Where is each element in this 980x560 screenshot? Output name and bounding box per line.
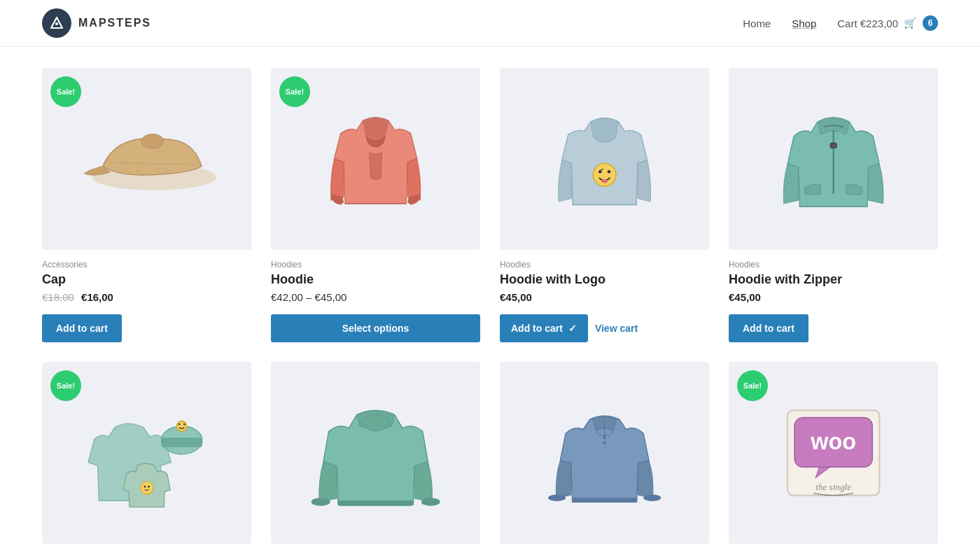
- select-options-hoodie[interactable]: Select options: [271, 314, 480, 342]
- svg-rect-11: [830, 143, 836, 148]
- cap-image: [74, 95, 220, 223]
- product-image-wrap-cap: Sale!: [42, 68, 251, 250]
- product-image-wrap-sweater: [271, 362, 480, 544]
- cart-icon: 🛒: [904, 17, 917, 29]
- svg-point-27: [643, 494, 661, 501]
- svg-point-20: [362, 414, 388, 430]
- product-category-cap: Accessories: [42, 260, 251, 270]
- product-name-hoodie: Hoodie: [271, 272, 480, 287]
- logo-area: MAPSTEPS: [42, 8, 151, 38]
- product-image-wrap-hoodie-zipper: [729, 68, 938, 250]
- svg-point-24: [603, 436, 606, 439]
- nav-home[interactable]: Home: [743, 18, 771, 29]
- sale-badge-hoodie-set: Sale!: [50, 370, 81, 401]
- product-card-polo: [500, 362, 709, 554]
- main-content: Sale! Accessories Cap €18,00 €16,00 Add …: [0, 47, 980, 560]
- polo-image: [531, 389, 678, 517]
- hoodie-image: [302, 95, 449, 223]
- product-card-woo: Sale! woo the single: [729, 362, 938, 554]
- price-original-cap: €18,00: [42, 291, 74, 303]
- add-to-cart-cap[interactable]: Add to cart: [42, 314, 122, 342]
- svg-point-21: [312, 498, 330, 505]
- svg-point-19: [148, 486, 150, 488]
- sale-badge-woo: Sale!: [737, 370, 768, 401]
- nav-shop[interactable]: Shop: [792, 18, 816, 29]
- svg-rect-23: [338, 500, 413, 506]
- cart-count-badge: 6: [923, 15, 938, 31]
- product-grid: Sale! Accessories Cap €18,00 €16,00 Add …: [42, 68, 938, 554]
- svg-rect-13: [161, 438, 202, 447]
- add-to-cart-hoodie-logo[interactable]: Add to cart ✓: [500, 314, 588, 342]
- cart-label: Cart €223,00: [837, 18, 898, 29]
- price-sale-hoodie-logo: €45,00: [500, 291, 532, 303]
- product-price-hoodie-zipper: €45,00: [729, 291, 938, 303]
- svg-point-9: [601, 179, 608, 183]
- header: MAPSTEPS Home Shop Cart €223,00 🛒 6: [0, 0, 980, 47]
- svg-point-1: [55, 22, 58, 25]
- logo-text: MAPSTEPS: [78, 17, 151, 29]
- svg-point-3: [141, 134, 163, 148]
- product-category-hoodie-logo: Hoodies: [500, 260, 709, 270]
- logo-icon: [42, 8, 71, 38]
- product-name-cap: Cap: [42, 272, 251, 287]
- svg-point-8: [608, 170, 611, 174]
- hoodie-logo-image: [531, 95, 678, 223]
- product-card-sweater: [271, 362, 480, 554]
- svg-rect-28: [573, 498, 637, 503]
- svg-point-22: [421, 498, 440, 505]
- product-image-wrap-hoodie-logo: [500, 68, 709, 250]
- svg-point-25: [603, 442, 606, 444]
- main-nav: Home Shop Cart €223,00 🛒 6: [743, 15, 938, 31]
- product-card-cap: Sale! Accessories Cap €18,00 €16,00 Add …: [42, 68, 251, 342]
- product-image-wrap-hoodie-set: Sale!: [42, 362, 251, 544]
- woo-image: woo the single: [760, 389, 906, 517]
- svg-text:the single: the single: [816, 482, 851, 492]
- svg-point-16: [183, 424, 186, 426]
- add-to-cart-hoodie-logo-label: Add to cart: [511, 323, 563, 334]
- check-icon: ✓: [568, 323, 577, 334]
- product-card-hoodie: Sale! Hoodies Hoodie €42,00 – €45,00: [271, 68, 480, 342]
- product-card-hoodie-zipper: Hoodies Hoodie with Zipper €45,00 Add to…: [729, 68, 938, 342]
- svg-point-14: [176, 421, 187, 432]
- product-name-hoodie-logo: Hoodie with Logo: [500, 272, 709, 287]
- product-image-wrap-polo: [500, 362, 709, 544]
- product-image-wrap-hoodie: Sale!: [271, 68, 480, 250]
- svg-text:woo: woo: [810, 429, 856, 454]
- product-category-hoodie-zipper: Hoodies: [729, 260, 938, 270]
- product-name-hoodie-zipper: Hoodie with Zipper: [729, 272, 938, 287]
- product-category-hoodie: Hoodies: [271, 260, 480, 270]
- svg-point-26: [548, 494, 566, 501]
- action-row-hoodie-logo: Add to cart ✓ View cart: [500, 314, 709, 342]
- svg-point-7: [598, 170, 602, 174]
- sale-badge-hoodie: Sale!: [279, 76, 310, 107]
- sweater-image: [302, 389, 449, 517]
- hoodie-set-image: [74, 389, 220, 517]
- price-sale-hoodie-zipper: €45,00: [729, 291, 761, 303]
- add-to-cart-hoodie-zipper[interactable]: Add to cart: [729, 314, 808, 342]
- product-price-cap: €18,00 €16,00: [42, 291, 251, 303]
- cart-button[interactable]: Cart €223,00 🛒 6: [837, 15, 938, 31]
- product-image-wrap-woo: Sale! woo the single: [729, 362, 938, 544]
- price-sale-cap: €16,00: [81, 291, 113, 303]
- product-price-hoodie: €42,00 – €45,00: [271, 291, 480, 303]
- price-range-hoodie: €42,00 – €45,00: [271, 291, 346, 303]
- svg-point-18: [144, 486, 146, 488]
- svg-point-17: [140, 482, 153, 494]
- svg-point-15: [178, 424, 181, 426]
- sale-badge-cap: Sale!: [50, 76, 81, 107]
- product-card-hoodie-logo: Hoodies Hoodie with Logo €45,00 Add to c…: [500, 68, 709, 342]
- hoodie-zipper-image: [760, 95, 906, 223]
- product-card-hoodie-set: Sale!: [42, 362, 251, 554]
- product-price-hoodie-logo: €45,00: [500, 291, 709, 303]
- view-cart-link[interactable]: View cart: [595, 323, 638, 334]
